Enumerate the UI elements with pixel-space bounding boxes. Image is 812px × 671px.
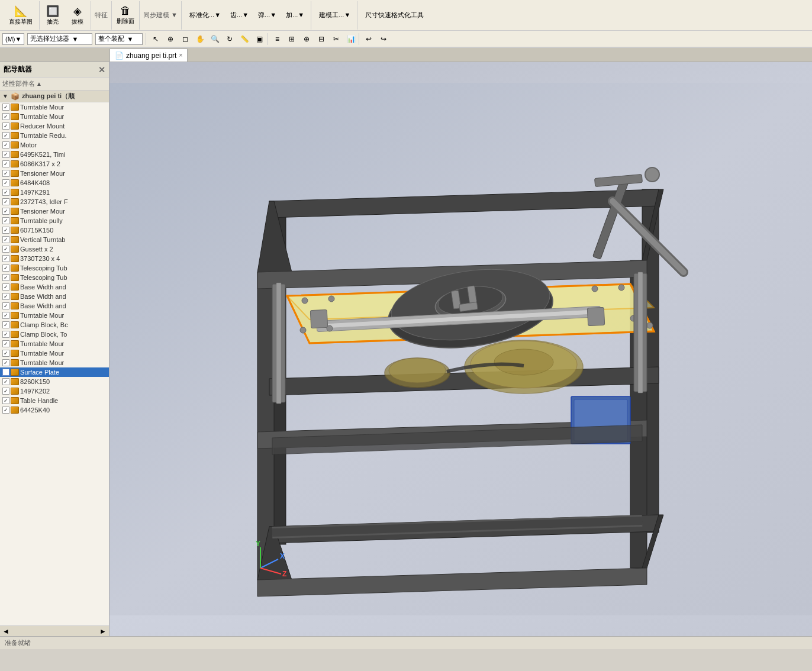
nav-item-checkbox[interactable] [2,293,9,300]
nav-item[interactable]: Tensioner Mour [0,169,109,178]
nav-item-checkbox[interactable] [2,217,9,224]
nav-item-checkbox[interactable] [2,189,9,196]
nav-item-checkbox[interactable] [2,198,9,205]
scroll-left-btn[interactable]: ◄ [2,627,9,635]
nav-item[interactable]: Base Width and [0,301,109,311]
nav-item[interactable]: Clamp Block, To [0,330,109,339]
nav-item-checkbox[interactable] [2,227,9,234]
nav-item[interactable]: Surface Plate [0,367,109,377]
section-btn[interactable]: ⊟ [314,33,328,45]
nav-item-checkbox[interactable] [2,160,9,167]
nav-item-checkbox[interactable] [2,179,9,186]
add-btn[interactable]: 加...▼ [283,9,307,21]
nav-item[interactable]: 2372T43, Idler F [0,197,109,207]
modeling-tools-btn[interactable]: 建模工...▼ [316,9,353,21]
nav-item-checkbox[interactable] [2,246,9,253]
pan-btn[interactable]: ✋ [193,33,207,45]
active-tab[interactable]: 📄 zhuang pei ti.prt × [109,49,188,62]
nav-item[interactable]: Reducer Mount [0,121,109,131]
nav-item-checkbox[interactable] [2,378,9,385]
nav-item-checkbox[interactable] [2,274,9,281]
view-btn[interactable]: ◻ [178,33,192,45]
nav-item[interactable]: Table Handle [0,396,109,405]
undo-btn[interactable]: ↩ [362,33,376,45]
nav-item[interactable]: Vertical Turntab [0,235,109,244]
nav-item[interactable]: Base Width and [0,282,109,292]
scroll-right-btn[interactable]: ► [99,627,107,635]
nav-item[interactable]: Telescoping Tub [0,273,109,282]
nav-item-checkbox[interactable] [2,141,9,149]
nav-item[interactable]: Turntable Redu. [0,131,109,140]
nav-item[interactable]: 60715K150 [0,225,109,235]
nav-item-checkbox[interactable] [2,340,9,347]
ref-btn[interactable]: ⊞ [285,33,299,45]
nav-item[interactable]: 3730T230 x 4 [0,254,109,263]
nav-item-checkbox[interactable] [2,302,9,309]
nav-item[interactable]: 6086K317 x 2 [0,159,109,169]
nav-item-checkbox[interactable] [2,350,9,357]
analysis-btn[interactable]: 📊 [344,33,358,45]
navigator-close-btn[interactable]: ✕ [98,65,105,75]
nav-item[interactable]: Turntable Mour [0,358,109,367]
nav-item-checkbox[interactable] [2,388,9,395]
coord-btn[interactable]: ⊕ [299,33,314,45]
nav-item[interactable]: Motor [0,140,109,150]
snap-btn[interactable]: ⊕ [163,33,178,45]
nav-item[interactable]: Clamp Block, Bc [0,320,109,330]
nav-root-item[interactable]: ▼ 📦 zhuang pei ti（顺 [0,91,109,102]
nav-item[interactable]: 6495K521, Timi [0,150,109,159]
zoom-btn[interactable]: 🔍 [208,33,222,45]
nav-item-checkbox[interactable] [2,369,9,376]
nav-item[interactable]: 64425K40 [0,405,109,415]
nav-item[interactable]: 6484K408 [0,178,109,188]
nav-item-checkbox[interactable] [2,397,9,404]
spring-btn[interactable]: 弹...▼ [255,9,279,21]
nav-item[interactable]: Turntable Mour [0,102,109,112]
nav-item-checkbox[interactable] [2,104,9,111]
nav-item[interactable]: Turntable Mour [0,339,109,349]
scope-selector[interactable]: 整个装配▼ [95,33,143,45]
column-sort[interactable]: 述性部件名 ▲ [2,79,42,88]
clip-btn[interactable]: ✂ [329,33,343,45]
nav-item-checkbox[interactable] [2,312,9,319]
nav-item-checkbox[interactable] [2,122,9,130]
nav-item[interactable]: 8260K150 [0,377,109,386]
nav-item[interactable]: Turntable pully [0,216,109,225]
tab-close-btn[interactable]: × [179,52,182,59]
filter-selector[interactable]: 无选择过滤器▼ [27,33,92,45]
nav-item[interactable]: Turntable Mour [0,311,109,320]
nav-item-checkbox[interactable] [2,407,9,414]
nav-item-checkbox[interactable] [2,151,9,158]
nav-item-checkbox[interactable] [2,170,9,177]
standardize-btn[interactable]: 标准化...▼ [186,9,224,21]
draft-btn[interactable]: ◈ 拔模 [66,3,89,28]
nav-item-checkbox[interactable] [2,331,9,338]
nav-item[interactable]: 1497K202 [0,386,109,396]
shell-btn[interactable]: 🔲 抽壳 [41,3,65,28]
delete-face-btn[interactable]: 🗑 删除面 [113,3,138,27]
nav-item-checkbox[interactable] [2,264,9,272]
nav-item[interactable]: Gussett x 2 [0,244,109,254]
nav-item[interactable]: Telescoping Tub [0,263,109,273]
nav-item-checkbox[interactable] [2,359,9,366]
nav-item[interactable]: Turntable Mour [0,349,109,358]
mode-selector[interactable]: (M)▼ [2,33,24,45]
nav-item-checkbox[interactable] [2,283,9,291]
nav-item-checkbox[interactable] [2,255,9,262]
direct-sketch-btn[interactable]: 📐 直接草图 [7,4,34,27]
nav-item-checkbox[interactable] [2,236,9,243]
viewport[interactable]: X Y Z [109,62,812,636]
nav-item-checkbox[interactable] [2,321,9,328]
gear-btn[interactable]: 齿...▼ [227,9,252,21]
select-btn[interactable]: ↖ [149,33,163,45]
nav-item-checkbox[interactable] [2,208,9,215]
nav-item[interactable]: 1497K291 [0,188,109,197]
display-btn[interactable]: ▣ [252,33,266,45]
nav-tree[interactable]: ▼ 📦 zhuang pei ti（顺 Turntable MourTurnta… [0,91,109,625]
nav-item[interactable]: Tensioner Mour [0,207,109,216]
dimension-format-btn[interactable]: 尺寸快速格式化工具 [362,9,427,21]
nav-item[interactable]: Base Width and [0,292,109,301]
redo-btn[interactable]: ↪ [376,33,391,45]
rotate-btn[interactable]: ↻ [223,33,237,45]
layer-btn[interactable]: ≡ [270,33,284,45]
